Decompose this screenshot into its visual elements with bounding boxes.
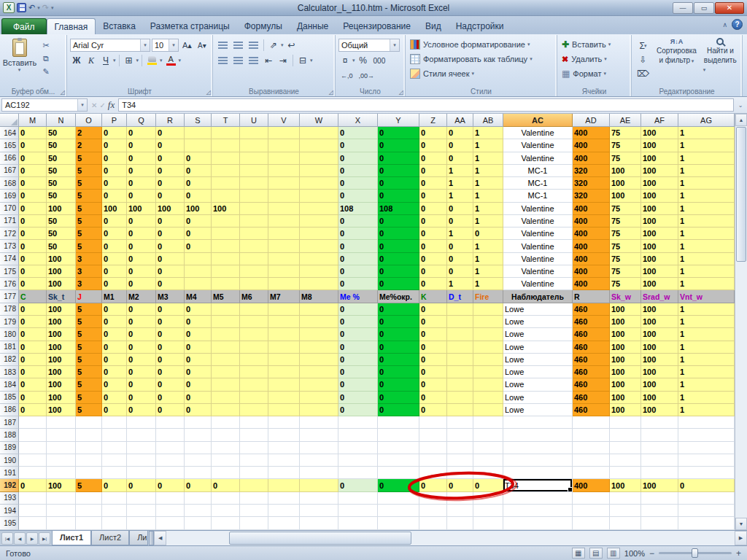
cell-AB177[interactable]: Fire [473,290,503,303]
cell-X187[interactable] [338,416,378,429]
find-select-button[interactable]: Найти и выделить ▾ [702,36,739,80]
cell-M184[interactable]: 0 [19,378,47,391]
cell-M171[interactable]: 0 [19,215,47,228]
tab-view[interactable]: Вид [418,18,449,34]
cell-X168[interactable]: 0 [338,177,378,190]
cell-T171[interactable] [212,215,240,228]
cell-AA169[interactable]: 1 [447,190,473,202]
cell-AD192[interactable]: 400 [573,479,610,491]
cell-P181[interactable]: 0 [102,341,127,354]
cell-V170[interactable] [268,203,300,215]
cell-AE165[interactable]: 75 [610,139,641,152]
cell-AG195[interactable] [678,517,735,529]
cell-Z190[interactable] [419,454,447,467]
format-painter-icon[interactable]: ✎ [39,66,53,78]
customize-qat-icon[interactable]: ▾ [51,5,54,11]
page-layout-view-icon[interactable]: ▤ [589,548,603,559]
cell-P169[interactable]: 0 [102,190,127,202]
cell-AF194[interactable] [641,505,678,517]
cell-Z189[interactable] [419,442,447,454]
font-dialog-launcher[interactable]: ◿ [206,90,211,96]
tab-data[interactable]: Данные [290,18,336,34]
sheet-tab-list3[interactable]: Ли [129,531,148,545]
insert-function-button[interactable]: fx [108,99,115,111]
cell-R175[interactable]: 0 [156,265,185,278]
cell-S184[interactable]: 0 [185,378,212,391]
cell-AG164[interactable]: 1 [678,127,735,139]
cell-U190[interactable] [240,454,268,467]
cell-R170[interactable]: 100 [156,203,185,215]
tab-page-layout[interactable]: Разметка страницы [143,18,237,34]
align-middle-icon[interactable] [231,39,245,52]
cell-P180[interactable]: 0 [102,328,127,341]
cell-S171[interactable]: 0 [185,215,212,228]
cell-AA168[interactable]: 1 [447,177,473,190]
cell-Y189[interactable] [378,442,419,454]
cell-U176[interactable] [240,278,268,290]
cell-AC173[interactable]: Valentine [503,240,573,252]
cell-W189[interactable] [300,442,338,454]
cell-Q174[interactable]: 0 [127,253,156,265]
cell-AF165[interactable]: 100 [641,139,678,152]
font-name-select[interactable]: Arial Cyr ▾ [70,39,150,52]
cell-M185[interactable]: 0 [19,392,47,404]
cell-AD194[interactable] [573,505,610,517]
clear-icon[interactable]: ⌦ [635,67,651,80]
cell-AB172[interactable]: 0 [473,228,503,240]
cell-Z184[interactable]: 0 [419,378,447,391]
cell-AD183[interactable]: 460 [573,366,610,378]
cell-AC192[interactable]: T34 [503,479,573,491]
cell-P166[interactable]: 0 [102,152,127,165]
cell-Q180[interactable]: 0 [127,328,156,341]
cell-T191[interactable] [212,467,240,479]
cell-AA188[interactable] [447,429,473,441]
cell-O193[interactable] [76,492,102,505]
format-as-table-button[interactable]: Форматировать как таблицу ▾ [409,52,554,66]
cell-Y184[interactable]: 0 [378,378,419,391]
cell-AE183[interactable]: 100 [610,366,641,378]
cell-AA190[interactable] [447,454,473,467]
row-header-165[interactable]: 165 [0,139,19,152]
cell-T189[interactable] [212,442,240,454]
cell-N177[interactable]: Sk_t [47,290,76,303]
cell-S167[interactable]: 0 [185,165,212,177]
cell-X190[interactable] [338,454,378,467]
cell-Z172[interactable]: 0 [419,228,447,240]
row-header-186[interactable]: 186 [0,404,19,416]
format-cells-button[interactable]: ▦ Формат ▾ [560,67,628,80]
cell-Y168[interactable]: 0 [378,177,419,190]
cell-M165[interactable]: 0 [19,139,47,152]
cell-P167[interactable]: 0 [102,165,127,177]
cell-O165[interactable]: 2 [76,139,102,152]
column-header-AG[interactable]: AG [678,114,735,127]
cell-T165[interactable] [212,139,240,152]
cell-O195[interactable] [76,517,102,529]
cell-W164[interactable] [300,127,338,139]
cell-O188[interactable] [76,429,102,441]
cell-X192[interactable]: 0 [338,479,378,491]
cell-Z166[interactable]: 0 [419,152,447,165]
cell-S166[interactable]: 0 [185,152,212,165]
cell-AC164[interactable]: Valentine [503,127,573,139]
cell-P187[interactable] [102,416,127,429]
cell-W179[interactable] [300,316,338,328]
cell-U164[interactable] [240,127,268,139]
cell-N174[interactable]: 100 [47,253,76,265]
name-box[interactable]: AC192 ▾ [1,98,88,112]
column-header-Y[interactable]: Y [378,114,419,127]
cell-T177[interactable]: M5 [212,290,240,303]
sheet-tab-list1[interactable]: Лист1 [52,531,91,545]
cell-R180[interactable]: 0 [156,328,185,341]
formula-bar-expand-icon[interactable]: ⌄ [735,102,746,109]
cell-T175[interactable] [212,265,240,278]
cell-T183[interactable] [212,366,240,378]
cell-N167[interactable]: 50 [47,165,76,177]
cell-Z193[interactable] [419,492,447,505]
cell-AF180[interactable]: 100 [641,328,678,341]
alignment-dialog-launcher[interactable]: ◿ [329,90,333,96]
row-header-180[interactable]: 180 [0,328,19,341]
underline-button[interactable]: Ч [99,54,112,67]
orientation-icon[interactable]: ⇗ [267,39,280,52]
next-sheet-icon[interactable]: ▶ [26,532,38,545]
align-right-icon[interactable] [247,54,260,67]
